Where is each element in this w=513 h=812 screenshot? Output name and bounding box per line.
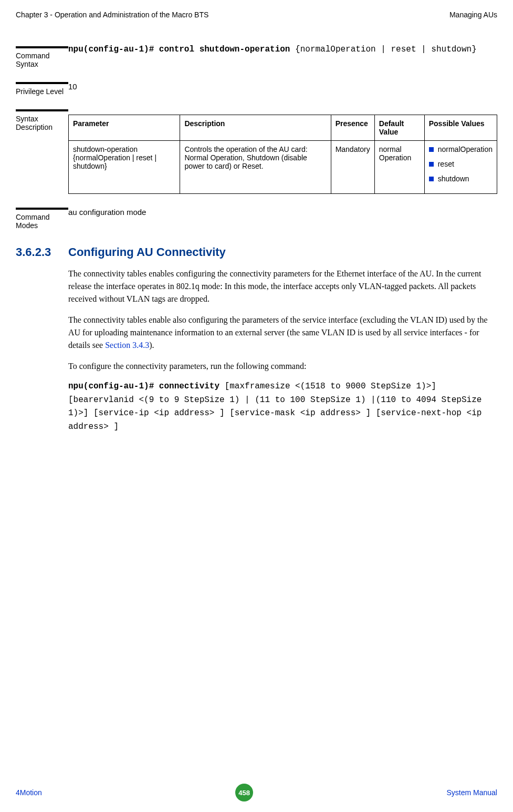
command-block: npu(config-au-1)# connectivity [maxframe… [68, 380, 497, 434]
possible-value-item: shutdown [429, 174, 493, 183]
paragraph: To configure the connectivity parameters… [68, 360, 497, 373]
possible-value-label: normalOperation [438, 145, 493, 153]
th-parameter: Parameter [69, 115, 180, 141]
th-default: Default Value [374, 115, 424, 141]
th-possible: Possible Values [424, 115, 497, 141]
command-syntax-prefix: npu(config-au-1)# control shutdown-opera… [68, 45, 295, 54]
cell-presence: Mandatory [331, 141, 374, 194]
header-right: Managing AUs [449, 11, 497, 19]
page-footer: 4Motion 458 System Manual [16, 784, 497, 801]
th-presence: Presence [331, 115, 374, 141]
label-syntax-description: Syntax Description [16, 115, 68, 131]
cell-parameter: shutdown-operation {normalOperation | re… [69, 141, 180, 194]
paragraph: The connectivity tables enables configur… [68, 268, 497, 305]
section-number: 3.6.2.3 [16, 245, 68, 259]
command-syntax-rest: {normalOperation | reset | shutdown} [295, 45, 477, 54]
privilege-level-value: 10 [68, 82, 77, 91]
cell-possible: normalOperation reset shutdown [424, 141, 497, 194]
footer-right[interactable]: System Manual [447, 788, 497, 797]
label-command-syntax: Command Syntax [16, 52, 68, 68]
possible-value-label: shutdown [438, 174, 469, 183]
footer-left[interactable]: 4Motion [16, 788, 42, 797]
label-command-modes: Command Modes [16, 213, 68, 230]
square-bullet-icon [429, 177, 434, 181]
command-syntax-value: npu(config-au-1)# control shutdown-opera… [68, 43, 497, 68]
command-prefix: npu(config-au-1)# connectivity [68, 382, 225, 391]
section-title: Configuring AU Connectivity [68, 245, 226, 259]
command-modes-value: au configuration mode [68, 208, 146, 217]
page-header: Chapter 3 - Operation and Administration… [16, 11, 497, 22]
cell-default: normal Operation [374, 141, 424, 194]
page-number-badge: 458 [235, 784, 253, 801]
paragraph-text: ). [149, 341, 154, 350]
cell-description: Controls the operation of the AU card: N… [180, 141, 331, 194]
section-heading: 3.6.2.3 Configuring AU Connectivity [16, 245, 497, 259]
square-bullet-icon [429, 162, 434, 167]
syntax-description-table: Parameter Description Presence Default V… [68, 115, 497, 194]
section-link[interactable]: Section 3.4.3 [105, 341, 149, 350]
header-left: Chapter 3 - Operation and Administration… [16, 11, 208, 19]
label-privilege-level: Privilege Level [16, 87, 68, 96]
table-row: shutdown-operation {normalOperation | re… [69, 141, 497, 194]
th-description: Description [180, 115, 331, 141]
square-bullet-icon [429, 147, 434, 152]
paragraph: The connectivity tables enable also conf… [68, 314, 497, 352]
possible-value-item: reset [429, 160, 493, 168]
possible-value-item: normalOperation [429, 145, 493, 153]
possible-value-label: reset [438, 160, 454, 168]
